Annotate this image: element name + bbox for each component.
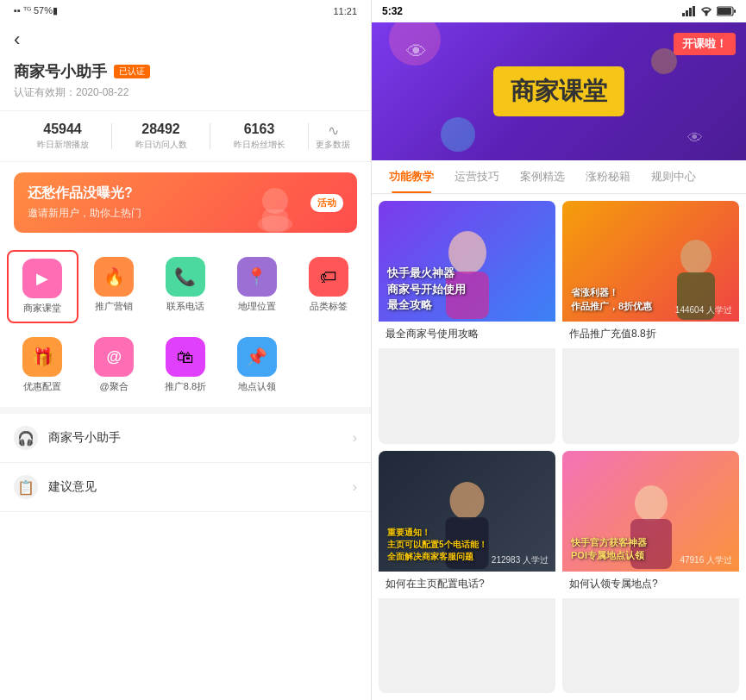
stat-plays: 45944 昨日新增播放	[14, 122, 111, 151]
menu-item-pinlei[interactable]: 🏷 品类标签	[292, 250, 364, 323]
svg-point-15	[449, 482, 484, 520]
menu-item-didian[interactable]: 📌 地点认领	[221, 330, 292, 400]
menu-icon-ketang: ▶	[22, 259, 62, 298]
status-signal: ▪▪ ᵀᴳ 57%▮	[14, 5, 58, 16]
menu-item-dianhua[interactable]: 📞 联系电话	[150, 250, 222, 323]
pin-icon: 📌	[246, 347, 267, 367]
menu-label-dianhua: 联系电话	[166, 300, 204, 313]
video-info-1: 最全商家号使用攻略	[379, 322, 555, 348]
promo-banner[interactable]: 还愁作品没曝光? 邀请新用户，助你上热门 活动	[14, 172, 357, 233]
status-time: 11:21	[333, 6, 357, 16]
banner-title: 还愁作品没曝光?	[28, 184, 141, 203]
svg-point-7	[705, 14, 708, 16]
tab-yunyingjiqiao[interactable]: 运营技巧	[444, 160, 510, 193]
left-status-bar: ▪▪ ᵀᴳ 57%▮ 11:21	[0, 0, 371, 22]
stat-plays-value: 45944	[14, 122, 111, 137]
menu-icon-didian: 📌	[237, 337, 277, 377]
video-card-2[interactable]: 省涨利器！作品推广，8折优惠 144604 人学过 作品推广充值8.8折	[562, 201, 739, 444]
feedback-icon: 📋	[14, 475, 38, 499]
banner-btn[interactable]: 活动	[310, 194, 343, 212]
eye-deco-left: 👁	[406, 40, 427, 64]
svg-rect-3	[682, 13, 685, 16]
menu-icon-juhe: @	[94, 337, 134, 377]
profile-name: 商家号小助手	[14, 61, 107, 82]
right-status-icons	[682, 6, 736, 16]
svg-rect-2	[262, 209, 288, 231]
banner-subtitle: 邀请新用户，助你上热门	[28, 206, 141, 221]
right-status-time: 5:32	[382, 5, 403, 17]
menu-icon-dizhi: 📍	[237, 257, 277, 297]
video-grid: 快手最火神器商家号开始使用最全攻略 最全商家号使用攻略 省涨利器！作品推广，8折…	[372, 194, 746, 700]
video-info-4: 如何认领专属地点?	[562, 572, 739, 598]
hero-banner: 👁 👁 商家课堂 开课啦！	[372, 22, 746, 160]
video-title-1: 最全商家号使用攻略	[386, 327, 549, 341]
bag-icon: 🛍	[177, 347, 194, 367]
video-overlay-text-1: 快手最火神器商家号开始使用最全攻略	[387, 266, 547, 313]
menu-item-dizhi[interactable]: 📍 地理位置	[221, 250, 292, 323]
video-thumb-2: 省涨利器！作品推广，8折优惠 144604 人学过	[562, 201, 739, 322]
menu-icon-dianhua: 📞	[166, 257, 205, 297]
more-data-icon: ∿	[328, 122, 339, 139]
tab-guize[interactable]: 规则中心	[641, 160, 706, 193]
back-button[interactable]: ‹	[0, 22, 371, 54]
assistant-arrow-icon: ›	[353, 430, 357, 446]
video-card-1[interactable]: 快手最火神器商家号开始使用最全攻略 最全商家号使用攻略	[379, 201, 555, 444]
menu-label-juhe: @聚合	[100, 380, 129, 393]
battery-icon	[717, 6, 736, 16]
verified-badge: 已认证	[114, 65, 150, 78]
menu-grid-row1: ▶ 商家课堂 🔥 推广营销 📞 联系电话 📍 地理位置 🏷 品	[0, 243, 371, 323]
tab-anli[interactable]: 案例精选	[510, 160, 575, 193]
svg-rect-9	[718, 8, 731, 15]
menu-icon-tuiguang: 🔥	[94, 257, 134, 297]
menu-item-youhui[interactable]: 🎁 优惠配置	[7, 330, 78, 400]
menu-label-ketang: 商家课堂	[23, 302, 61, 315]
menu-item-tuiguang88[interactable]: 🛍 推广8.8折	[150, 330, 222, 400]
stat-visitors-label: 昨日访问人数	[112, 139, 210, 151]
svg-rect-4	[686, 10, 688, 16]
menu-icon-pinlei: 🏷	[309, 257, 348, 297]
video-card-4[interactable]: 快手官方获客神器POI专属地点认领 47916 人学过 如何认领专属地点?	[562, 451, 739, 694]
video-title-4: 如何认领专属地点?	[569, 577, 732, 591]
list-item-feedback[interactable]: 📋 建议意见 ›	[0, 463, 371, 512]
play-icon: ▶	[36, 269, 48, 288]
video-title-3: 如何在主页配置电话?	[386, 577, 549, 591]
stat-fans-label: 昨日粉丝增长	[210, 139, 308, 151]
list-section: 🎧 商家号小助手 › 📋 建议意见 ›	[0, 407, 371, 512]
back-icon: ‹	[14, 28, 20, 50]
right-status-bar: 5:32	[372, 0, 746, 22]
menu-icon-tuiguang88: 🛍	[166, 337, 205, 377]
tab-gongneng[interactable]: 功能教学	[379, 160, 444, 193]
menu-icon-youhui: 🎁	[22, 337, 62, 377]
list-item-assistant[interactable]: 🎧 商家号小助手 ›	[0, 414, 371, 463]
at-icon: @	[106, 348, 122, 366]
video-card-3[interactable]: 重要通知！主页可以配置5个电话能！全面解决商家客服问题 212983 人学过 如…	[379, 451, 555, 694]
left-panel: ▪▪ ᵀᴳ 57%▮ 11:21 ‹ 商家号小助手 已认证 认证有效期：2020…	[0, 0, 371, 700]
svg-rect-6	[693, 6, 695, 16]
deco-circle-2	[441, 117, 475, 152]
right-panel: 5:32 👁 👁	[371, 0, 746, 700]
cert-expiry: 认证有效期：2020-08-22	[14, 85, 357, 100]
menu-label-didian: 地点认领	[238, 380, 276, 393]
video-info-2: 作品推广充值8.8折	[562, 322, 739, 348]
fire-icon: 🔥	[103, 266, 125, 287]
more-data-button[interactable]: ∿ 更多数据	[309, 122, 357, 151]
stat-fans-value: 6163	[210, 122, 308, 137]
video-thumb-3: 重要通知！主页可以配置5个电话能！全面解决商家客服问题 212983 人学过	[379, 451, 555, 572]
svg-rect-10	[734, 9, 736, 13]
menu-grid-row2: 🎁 优惠配置 @ @聚合 🛍 推广8.8折 📌 地点认领	[0, 323, 371, 400]
menu-label-pinlei: 品类标签	[310, 300, 348, 313]
signal-icon	[682, 6, 696, 16]
banner-figure-icon	[245, 177, 305, 233]
menu-item-tuiguang[interactable]: 🔥 推广营销	[78, 250, 150, 323]
video-title-2: 作品推广充值8.8折	[569, 327, 732, 341]
gift-icon: 🎁	[32, 347, 53, 367]
list-item-assistant-label: 商家号小助手	[48, 430, 353, 446]
assistant-icon: 🎧	[14, 426, 38, 450]
menu-item-shangjia-ketang[interactable]: ▶ 商家课堂	[7, 250, 78, 323]
video-count-2: 144604 人学过	[675, 304, 732, 316]
hero-title-block: 商家课堂	[493, 66, 624, 116]
menu-item-juhe[interactable]: @ @聚合	[78, 330, 150, 400]
menu-label-tuiguang: 推广营销	[95, 300, 133, 313]
tab-zhangfen[interactable]: 涨粉秘籍	[575, 160, 641, 193]
eye-deco-right: 👁	[687, 129, 703, 147]
